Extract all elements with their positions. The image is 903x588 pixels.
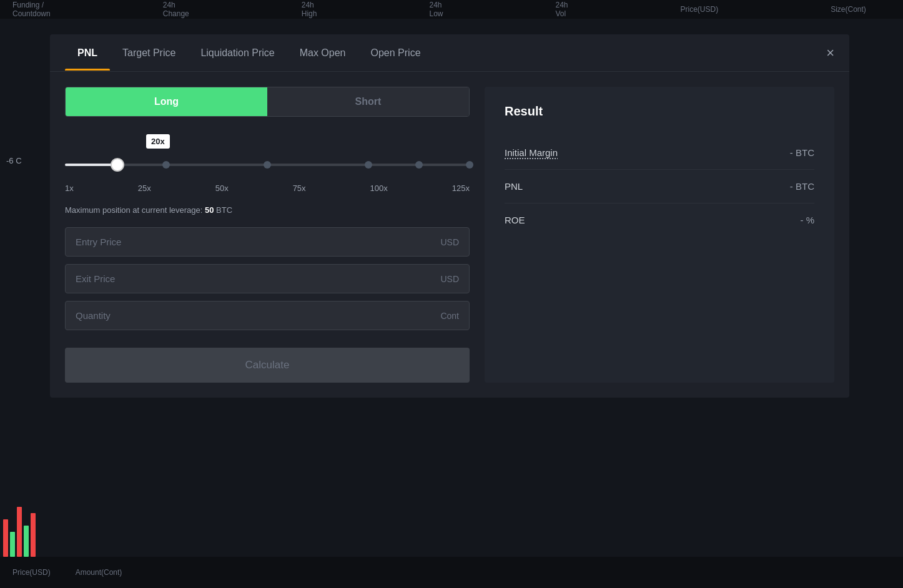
result-row-pnl: PNL - BTC [505, 170, 814, 203]
col-price: Price(USD) [681, 5, 719, 14]
slider-fill [65, 164, 117, 166]
bottom-price-label: Price(USD) [12, 568, 51, 577]
leverage-slider-wrapper[interactable] [65, 152, 470, 177]
modal-body: Long Short 20x 1x [50, 72, 849, 398]
candle [3, 519, 8, 557]
entry-price-input[interactable] [76, 237, 440, 247]
long-button[interactable]: Long [66, 87, 267, 116]
col-low: 24h Low [429, 1, 443, 18]
candle [17, 507, 22, 557]
max-position-text: Maximum position at current leverage: 50… [65, 205, 470, 215]
pnl-value: - BTC [790, 181, 814, 192]
label-125x: 125x [452, 184, 470, 193]
result-row-roe: ROE - % [505, 203, 814, 237]
calculator-modal: PNL Target Price Liquidation Price Max O… [50, 34, 849, 398]
bottom-bar: Price(USD) Amount(Cont) [0, 557, 903, 588]
col-change: 24h Change [163, 1, 189, 18]
result-title: Result [505, 104, 814, 119]
tab-open-price[interactable]: Open Price [358, 36, 433, 70]
candle [31, 513, 36, 557]
stop-dot-25x [162, 161, 170, 169]
short-button[interactable]: Short [267, 87, 469, 116]
exit-price-input[interactable] [76, 273, 440, 284]
tab-pnl[interactable]: PNL [65, 36, 110, 70]
quantity-input[interactable] [76, 310, 440, 321]
stop-dot-125x [466, 161, 473, 169]
exit-price-suffix: USD [440, 274, 459, 284]
long-short-toggle: Long Short [65, 87, 470, 117]
leverage-area: 20x 1x 25x 50x 75x 100 [65, 134, 470, 193]
initial-margin-label: Initial Margin [505, 147, 558, 158]
label-100x: 100x [370, 184, 388, 193]
leverage-tooltip: 20x [146, 134, 170, 149]
pnl-label: PNL [505, 181, 523, 192]
quantity-suffix: Cont [440, 311, 459, 321]
tabs-bar: PNL Target Price Liquidation Price Max O… [50, 34, 849, 72]
left-panel: Long Short 20x 1x [65, 87, 485, 383]
label-75x: 75x [293, 184, 306, 193]
calculate-button[interactable]: Calculate [65, 348, 470, 383]
col-high: 24h High [302, 1, 317, 18]
bottom-amount-label: Amount(Cont) [76, 568, 122, 577]
quantity-field[interactable]: Cont [65, 301, 470, 330]
candle [10, 532, 15, 557]
slider-labels: 1x 25x 50x 75x 100x 125x [65, 184, 470, 193]
exit-price-field[interactable]: USD [65, 264, 470, 293]
tab-target-price[interactable]: Target Price [110, 36, 188, 70]
result-panel: Result Initial Margin - BTC PNL - BTC RO… [485, 87, 834, 383]
candle-chart [0, 56, 47, 557]
left-number-indicator: -6 C [6, 156, 22, 165]
col-vol: 24h Vol [555, 1, 568, 18]
entry-price-group: USD [65, 227, 470, 257]
roe-value: - % [801, 215, 815, 225]
entry-price-field[interactable]: USD [65, 227, 470, 257]
result-row-initial-margin: Initial Margin - BTC [505, 136, 814, 170]
quantity-group: Cont [65, 301, 470, 330]
close-button[interactable]: × [826, 46, 834, 60]
stop-dot-100x [415, 161, 423, 169]
stop-dot-50x [264, 161, 271, 169]
candle [24, 526, 29, 557]
label-1x: 1x [65, 184, 74, 193]
roe-label: ROE [505, 215, 525, 225]
col-size: Size(Cont) [831, 5, 866, 14]
label-50x: 50x [215, 184, 229, 193]
top-bar: Funding / Countdown 24h Change 24h High … [0, 0, 903, 19]
slider-thumb[interactable] [111, 158, 124, 172]
tab-max-open[interactable]: Max Open [287, 36, 358, 70]
tab-liquidation-price[interactable]: Liquidation Price [188, 36, 287, 70]
initial-margin-value: - BTC [790, 147, 814, 158]
exit-price-group: USD [65, 264, 470, 293]
entry-price-suffix: USD [440, 237, 459, 247]
label-25x: 25x [138, 184, 151, 193]
col-funding: Funding / Countdown [12, 1, 51, 18]
stop-dot-75x [365, 161, 372, 169]
